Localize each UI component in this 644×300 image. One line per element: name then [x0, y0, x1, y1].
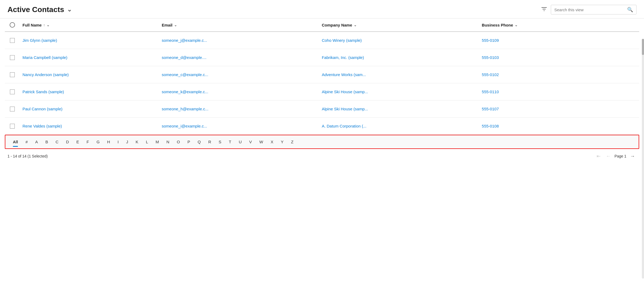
footer: 1 - 14 of 14 (1 Selected) ⇤ ← Page 1 → [0, 149, 644, 163]
alpha-#[interactable]: # [22, 138, 31, 146]
search-icon: 🔍 [627, 7, 633, 13]
alpha-u[interactable]: U [235, 138, 246, 146]
phone-link-0[interactable]: 555-0109 [482, 38, 499, 43]
col-checkbox[interactable] [5, 22, 20, 28]
alpha-h[interactable]: H [103, 138, 114, 146]
title-dropdown-icon[interactable]: ⌄ [67, 6, 72, 13]
email-link-4[interactable]: someone_h@example.c... [162, 107, 209, 111]
table-row: Rene Valdes (sample) someone_i@example.c… [5, 118, 639, 135]
email-link-5[interactable]: someone_i@example.c... [162, 124, 207, 128]
full-name-link-2[interactable]: Nancy Anderson (sample) [22, 72, 69, 77]
table-row: Maria Campbell (sample) someone_d@exampl… [5, 49, 639, 66]
email-link-3[interactable]: someone_k@example.c... [162, 89, 208, 94]
full-name-link-0[interactable]: Jim Glynn (sample) [22, 38, 57, 43]
alpha-n[interactable]: N [163, 138, 173, 146]
scrollbar-thumb[interactable] [642, 39, 644, 55]
alpha-m[interactable]: M [152, 138, 163, 146]
full-name-link-4[interactable]: Paul Cannon (sample) [22, 107, 62, 111]
search-input[interactable] [554, 8, 627, 12]
company-link-0[interactable]: Coho Winery (sample) [322, 38, 362, 43]
data-rows: Jim Glynn (sample) someone_j@example.c..… [5, 32, 639, 135]
row-checkbox-5[interactable] [5, 120, 20, 132]
company-sort-icon[interactable]: ⌄ [354, 23, 357, 27]
row-checkbox-3[interactable] [5, 86, 20, 98]
row-company-3: Alpine Ski House (samp... [319, 86, 479, 98]
row-company-1: Fabrikam, Inc. (sample) [319, 51, 479, 63]
full-name-link-1[interactable]: Maria Campbell (sample) [22, 55, 67, 60]
page-wrapper: Active Contacts ⌄ 🔍 Full Name ↑ ⌄ [0, 0, 644, 300]
alpha-o[interactable]: O [173, 138, 184, 146]
phone-link-1[interactable]: 555-0103 [482, 55, 499, 60]
alpha-all[interactable]: All [9, 138, 22, 146]
col-company-name: Company Name ⌄ [319, 22, 479, 28]
col-full-name: Full Name ↑ ⌄ [20, 22, 159, 28]
first-page-button[interactable]: ⇤ [595, 153, 602, 160]
email-link-1[interactable]: someone_d@example.... [162, 55, 206, 60]
company-link-3[interactable]: Alpine Ski House (samp... [322, 89, 368, 94]
alpha-e[interactable]: E [73, 138, 83, 146]
alpha-k[interactable]: K [132, 138, 142, 146]
row-checkbox-1[interactable] [5, 51, 20, 64]
row-phone-0: 555-0109 [479, 34, 639, 46]
company-link-1[interactable]: Fabrikam, Inc. (sample) [322, 55, 364, 60]
alpha-v[interactable]: V [246, 138, 256, 146]
row-phone-3: 555-0110 [479, 86, 639, 98]
alpha-z[interactable]: Z [287, 138, 297, 146]
phone-link-5[interactable]: 555-0108 [482, 124, 499, 128]
phone-link-2[interactable]: 555-0102 [482, 72, 499, 77]
row-checkbox-4[interactable] [5, 103, 20, 115]
email-link-0[interactable]: someone_j@example.c... [162, 38, 207, 43]
full-name-link-5[interactable]: Rene Valdes (sample) [22, 124, 62, 128]
row-checkbox-2[interactable] [5, 69, 20, 81]
row-email-0: someone_j@example.c... [159, 34, 319, 46]
alpha-p[interactable]: P [184, 138, 194, 146]
email-sort-icon[interactable]: ⌄ [174, 23, 177, 27]
alpha-f[interactable]: F [83, 138, 93, 146]
sort-desc-icon[interactable]: ⌄ [47, 23, 50, 27]
alpha-q[interactable]: Q [194, 138, 205, 146]
alpha-t[interactable]: T [225, 138, 235, 146]
alpha-w[interactable]: W [256, 138, 267, 146]
col-email: Email ⌄ [159, 22, 319, 28]
row-full-name-4: Paul Cannon (sample) [20, 103, 159, 115]
row-email-1: someone_d@example.... [159, 51, 319, 63]
email-link-2[interactable]: someone_c@example.c... [162, 72, 208, 77]
alpha-l[interactable]: L [142, 138, 152, 146]
alpha-x[interactable]: X [267, 138, 277, 146]
table-row: Jim Glynn (sample) someone_j@example.c..… [5, 32, 639, 49]
col-business-phone-label: Business Phone [482, 23, 513, 27]
company-link-5[interactable]: A. Datum Corporation (... [322, 124, 367, 128]
company-link-2[interactable]: Adventure Works (sam... [322, 72, 366, 77]
row-full-name-0: Jim Glynn (sample) [20, 34, 159, 46]
alpha-c[interactable]: C [52, 138, 62, 146]
company-link-4[interactable]: Alpine Ski House (samp... [322, 107, 368, 111]
row-company-4: Alpine Ski House (samp... [319, 103, 479, 115]
alpha-a[interactable]: A [32, 138, 42, 146]
alpha-s[interactable]: S [215, 138, 225, 146]
phone-link-3[interactable]: 555-0110 [482, 89, 499, 94]
alpha-i[interactable]: I [114, 138, 122, 146]
select-all-checkbox[interactable] [10, 22, 15, 28]
full-name-link-3[interactable]: Patrick Sands (sample) [22, 89, 64, 94]
filter-icon[interactable] [541, 6, 547, 13]
row-email-5: someone_i@example.c... [159, 120, 319, 132]
row-checkbox-0[interactable] [5, 34, 20, 47]
col-full-name-label: Full Name [22, 23, 42, 27]
row-full-name-5: Rene Valdes (sample) [20, 120, 159, 132]
row-phone-1: 555-0103 [479, 51, 639, 63]
sort-asc-icon[interactable]: ↑ [43, 23, 45, 27]
record-info: 1 - 14 of 14 (1 Selected) [7, 154, 48, 158]
prev-page-button[interactable]: ← [604, 153, 612, 160]
scrollbar-track[interactable] [642, 39, 644, 279]
alpha-r[interactable]: R [205, 138, 215, 146]
phone-sort-icon[interactable]: ⌄ [515, 23, 518, 27]
alpha-g[interactable]: G [93, 138, 103, 146]
alpha-y[interactable]: Y [277, 138, 287, 146]
alpha-b[interactable]: B [42, 138, 52, 146]
next-page-button[interactable]: → [628, 153, 637, 160]
phone-link-4[interactable]: 555-0107 [482, 107, 499, 111]
page-title: Active Contacts [7, 5, 64, 14]
alpha-d[interactable]: D [62, 138, 73, 146]
alpha-j[interactable]: J [122, 138, 132, 146]
row-email-4: someone_h@example.c... [159, 103, 319, 115]
